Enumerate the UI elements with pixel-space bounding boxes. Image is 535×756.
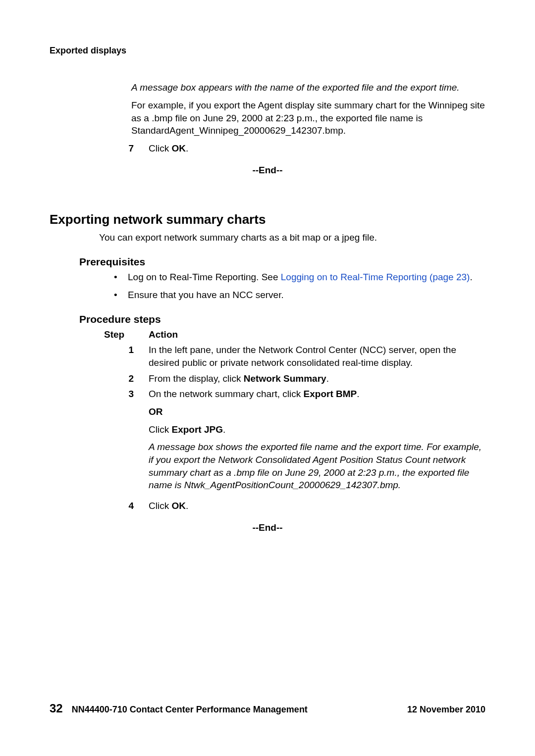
- ok-label: OK: [171, 501, 186, 511]
- ok-label: OK: [171, 143, 186, 153]
- text: Log on to Real-Time Reporting. See: [128, 272, 281, 282]
- export-bmp-label: Export BMP: [304, 389, 357, 399]
- step-body: On the network summary chart, click Expo…: [149, 388, 485, 496]
- doc-id: NN44400-710 Contact Center Performance M…: [72, 704, 308, 715]
- text: .: [223, 424, 225, 435]
- page: Exported displays A message box appears …: [0, 0, 535, 756]
- end-marker: --End--: [50, 521, 485, 534]
- text: Click: [149, 424, 171, 435]
- list-item: Ensure that you have an NCC server.: [114, 289, 485, 302]
- step-body: Click OK.: [149, 142, 485, 155]
- step-number: 7: [104, 142, 149, 155]
- col-step: Step: [104, 328, 149, 341]
- continuation-block: A message box appears with the name of t…: [131, 81, 485, 137]
- step-number: 3: [104, 388, 149, 496]
- text: .: [186, 501, 188, 511]
- prerequisites-heading: Prerequisites: [79, 255, 485, 269]
- step-row-4: 4 Click OK.: [50, 500, 485, 512]
- procedure-heading: Procedure steps: [79, 312, 485, 326]
- step-row-1: 1 In the left pane, under the Network Co…: [50, 344, 485, 369]
- col-action: Action: [149, 328, 485, 341]
- text: Click Export JPG.: [149, 423, 485, 436]
- link-rtr-login[interactable]: Logging on to Real-Time Reporting (page …: [281, 272, 470, 282]
- doc-date: 12 November 2010: [407, 704, 485, 715]
- step-body: In the left pane, under the Network Cont…: [149, 344, 485, 369]
- step-row-3: 3 On the network summary chart, click Ex…: [50, 388, 485, 496]
- text: .: [357, 389, 359, 399]
- section-intro: You can export network summary charts as…: [99, 231, 485, 244]
- prerequisites-list: Log on to Real-Time Reporting. See Loggi…: [114, 271, 485, 301]
- text: Click: [149, 143, 171, 153]
- running-head: Exported displays: [50, 45, 485, 56]
- text: .: [326, 373, 329, 384]
- section-title: Exporting network summary charts: [50, 211, 485, 228]
- list-item: Log on to Real-Time Reporting. See Loggi…: [114, 271, 485, 284]
- step-row-2: 2 From the display, click Network Summar…: [50, 372, 485, 385]
- or-label: OR: [149, 405, 485, 418]
- step-body: Click OK.: [149, 500, 485, 512]
- end-marker: --End--: [50, 164, 485, 177]
- network-summary-label: Network Summary: [244, 373, 326, 384]
- text: On the network summary chart, click: [149, 389, 304, 399]
- message-note: A message box shows the exported file na…: [149, 441, 485, 492]
- example-paragraph: For example, if you export the Agent dis…: [131, 99, 485, 137]
- text: .: [186, 143, 188, 153]
- step-row-7: 7 Click OK.: [50, 142, 485, 155]
- text: From the display, click: [149, 373, 244, 384]
- text: On the network summary chart, click Expo…: [149, 388, 485, 401]
- page-number: 32: [50, 701, 63, 716]
- text: .: [470, 272, 472, 282]
- page-footer: 32 NN44400-710 Contact Center Performanc…: [50, 701, 485, 716]
- step-header: Step Action: [104, 328, 485, 341]
- text: Click: [149, 501, 171, 511]
- message-note: A message box appears with the name of t…: [131, 81, 485, 94]
- step-number: 1: [104, 344, 149, 369]
- step-body: From the display, click Network Summary.: [149, 372, 485, 385]
- export-jpg-label: Export JPG: [171, 424, 222, 435]
- step-number: 4: [104, 500, 149, 512]
- step-number: 2: [104, 372, 149, 385]
